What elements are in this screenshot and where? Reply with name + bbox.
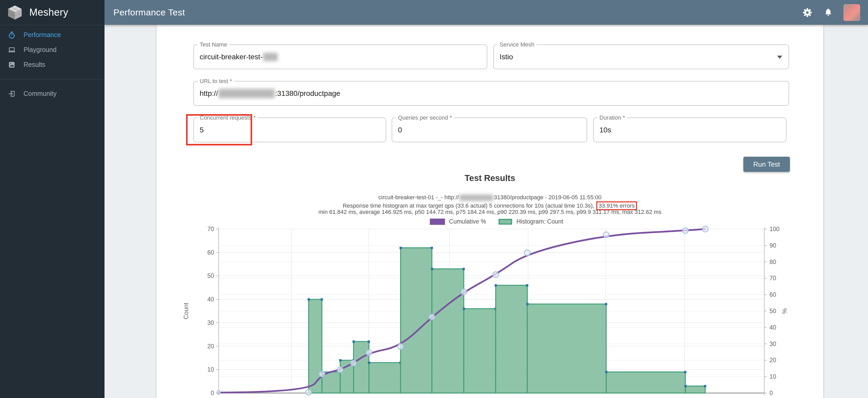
duration-value: 10s	[599, 126, 611, 134]
legend-swatch-line	[430, 219, 445, 225]
qps-label: Queries per second *	[396, 114, 454, 121]
result-meta-line2-text: Response time histogram at max target qp…	[343, 202, 594, 209]
svg-text:70: 70	[207, 226, 214, 232]
svg-text:70: 70	[770, 275, 776, 281]
service-mesh-select[interactable]: Service Mesh Istio	[493, 44, 789, 69]
gear-icon	[802, 7, 813, 18]
result-meta-line3: min 61.842 ms, average 146.925 ms, p50 1…	[157, 209, 823, 215]
result-meta-line1-prefix: circuit-breaker-test-01 -_- http://	[378, 194, 459, 201]
sidebar: Meshery Performance Playground	[0, 0, 104, 398]
test-name-value: circuit-breaker-test-	[199, 53, 262, 61]
svg-text:90: 90	[770, 242, 776, 249]
header: Performance Test	[104, 0, 868, 25]
concurrent-requests-field[interactable]: Concurrent requests * 5	[193, 118, 386, 142]
sidebar-item-results[interactable]: Results	[0, 57, 104, 72]
stopwatch-icon	[8, 31, 16, 39]
avatar[interactable]	[843, 4, 860, 21]
url-value-prefix: http://	[199, 89, 218, 98]
concurrent-requests-label: Concurrent requests *	[197, 114, 258, 121]
sidebar-item-label: Community	[24, 90, 56, 97]
chart-legend: Cumulative % Histogram: Count	[180, 218, 813, 225]
content-card: Test Name circuit-breaker-test- Service …	[157, 25, 823, 398]
legend-item-histogram[interactable]: Histogram: Count	[499, 218, 563, 225]
svg-text:60: 60	[207, 249, 214, 256]
sidebar-item-label: Performance	[24, 31, 61, 39]
svg-text:50: 50	[207, 272, 214, 279]
svg-text:10: 10	[207, 366, 214, 373]
brand-name: Meshery	[29, 7, 68, 18]
laptop-icon	[8, 46, 16, 54]
qps-value: 0	[398, 126, 402, 134]
app-root: Meshery Performance Playground	[0, 0, 868, 398]
run-test-button[interactable]: Run Test	[743, 157, 790, 172]
chevron-down-icon	[777, 56, 782, 59]
qps-field[interactable]: Queries per second * 0	[392, 118, 587, 142]
redacted-text	[218, 89, 275, 98]
errors-value: 33.91% errors	[599, 202, 635, 209]
result-meta-line1-suffix: 31380/productpage - 2019-06-05 11:55:00	[494, 194, 601, 201]
page-title: Performance Test	[114, 7, 185, 18]
svg-text:20: 20	[770, 357, 776, 364]
chart-bars	[308, 247, 706, 393]
test-name-field[interactable]: Test Name circuit-breaker-test-	[193, 44, 487, 69]
meshery-logo	[7, 4, 23, 21]
settings-button[interactable]	[802, 7, 813, 18]
legend-swatch-bar	[499, 219, 512, 225]
sidebar-divider	[0, 79, 104, 80]
svg-text:50: 50	[770, 308, 776, 314]
svg-text:80: 80	[770, 259, 776, 265]
notifications-button[interactable]	[823, 7, 834, 18]
svg-text:40: 40	[207, 296, 214, 303]
svg-text:20: 20	[207, 343, 214, 350]
svg-text:Count: Count	[182, 303, 189, 320]
brand: Meshery	[0, 0, 104, 25]
service-mesh-value: Istio	[500, 53, 513, 61]
sidebar-item-label: Results	[24, 61, 45, 68]
sidebar-item-performance[interactable]: Performance	[0, 27, 104, 42]
url-field[interactable]: URL to test * http:// :31380/productpage	[193, 81, 789, 106]
results-chart-svg: 0102030405060700102030405060708090100Cou…	[180, 218, 813, 398]
sidebar-item-community[interactable]: Community	[0, 86, 104, 101]
svg-text:60: 60	[770, 291, 776, 298]
legend-label: Histogram: Count	[516, 218, 563, 225]
sidebar-nav: Performance Playground Results	[0, 25, 104, 101]
avatar-image	[843, 4, 860, 21]
legend-item-cumulative[interactable]: Cumulative %	[430, 218, 486, 225]
result-meta-line1: circuit-breaker-test-01 -_- http://31380…	[157, 194, 823, 201]
results-chart: Cumulative % Histogram: Count 0102030405…	[180, 218, 813, 398]
legend-label: Cumulative %	[449, 218, 486, 225]
svg-text:0: 0	[770, 390, 773, 396]
image-chart-icon	[8, 61, 16, 69]
svg-text:0: 0	[211, 390, 214, 396]
svg-text:10: 10	[770, 373, 776, 380]
svg-text:100: 100	[770, 226, 779, 232]
svg-text:%: %	[781, 308, 788, 313]
bell-icon	[823, 7, 833, 18]
url-value-suffix: :31380/productpage	[275, 89, 340, 98]
svg-text:30: 30	[207, 320, 214, 326]
concurrent-requests-value: 5	[199, 126, 204, 134]
sidebar-item-label: Playground	[24, 46, 56, 54]
duration-field[interactable]: Duration * 10s	[593, 118, 786, 142]
svg-text:40: 40	[770, 324, 776, 331]
svg-text:30: 30	[770, 340, 776, 347]
results-heading: Test Results	[157, 173, 823, 183]
redacted-text	[459, 195, 493, 201]
sidebar-item-playground[interactable]: Playground	[0, 42, 104, 57]
run-test-label: Run Test	[753, 160, 780, 168]
exit-to-app-icon	[8, 90, 16, 98]
redacted-text	[263, 53, 278, 61]
